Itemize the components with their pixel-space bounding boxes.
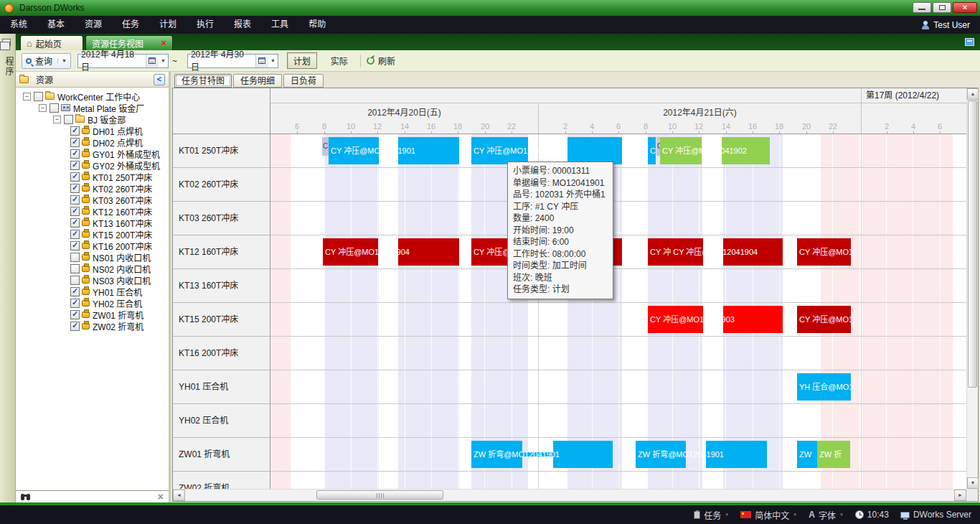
task-bar[interactable]: CY 冲压@MO1 xyxy=(797,238,851,266)
task-bar[interactable] xyxy=(553,441,613,468)
date-dropdown-icon[interactable]: ▼ xyxy=(268,58,278,63)
view-tab[interactable]: 任务明细 xyxy=(233,74,282,88)
checkbox[interactable] xyxy=(70,207,80,216)
task-bar[interactable]: ZW 折弯@MO12041901 xyxy=(471,441,522,468)
status-item[interactable]: 任务▼ xyxy=(694,509,729,521)
checkbox[interactable] xyxy=(70,161,80,170)
plan-toggle-button[interactable]: 计划 xyxy=(287,52,317,69)
task-bar[interactable]: CY 冲压@MO12041902 xyxy=(660,137,702,164)
task-bar[interactable]: CY 冲压@MO12041901 xyxy=(471,137,528,164)
tree-item[interactable]: KT16 200T冲床 xyxy=(16,240,169,251)
status-item[interactable]: 字体▼ xyxy=(809,509,844,521)
task-bar[interactable]: C xyxy=(322,137,329,156)
status-item[interactable]: 简体中文▼ xyxy=(740,509,797,521)
scroll-left-icon[interactable]: ◄ xyxy=(173,490,185,501)
checkbox[interactable] xyxy=(70,172,80,182)
menu-item[interactable]: 帮助 xyxy=(298,16,336,34)
horizontal-scroll-thumb[interactable] xyxy=(316,490,443,500)
task-bar[interactable]: CY 冲压@MO12041903 xyxy=(648,306,703,333)
tree-item[interactable]: YH02 压合机 xyxy=(16,297,169,309)
menu-item[interactable]: 基本 xyxy=(37,16,75,34)
tree-item[interactable]: ZW01 折弯机 xyxy=(16,309,169,320)
checkbox[interactable] xyxy=(70,287,80,296)
status-item[interactable]: DWorks Server xyxy=(900,510,971,520)
checkbox[interactable] xyxy=(70,184,80,193)
tree-item[interactable]: KT15 200T冲床 xyxy=(16,228,169,240)
checkbox[interactable] xyxy=(70,253,80,262)
task-bar[interactable]: CY 冲压@MO12041901 xyxy=(329,137,379,164)
tree-item[interactable]: −BJ 钣金部 xyxy=(16,113,169,125)
dropdown-caret-icon[interactable]: ▼ xyxy=(725,513,729,517)
checkbox[interactable] xyxy=(70,241,80,251)
scroll-right-icon[interactable]: ► xyxy=(954,490,966,501)
tree-item[interactable]: KT03 260T冲床 xyxy=(16,194,169,205)
menu-item[interactable]: 计划 xyxy=(149,16,187,34)
scroll-up-icon[interactable]: ▲ xyxy=(967,88,979,100)
tree-item[interactable]: KT13 160T冲床 xyxy=(16,217,169,228)
checkbox[interactable] xyxy=(34,92,43,101)
task-bar[interactable]: CY 冲 CY 冲压@MO12041904 xyxy=(648,238,703,266)
checkbox[interactable] xyxy=(70,322,80,331)
view-tab[interactable]: 日负荷 xyxy=(283,74,324,88)
view-tab[interactable]: 任务甘特图 xyxy=(174,74,232,88)
checkbox[interactable] xyxy=(70,149,80,159)
task-bar[interactable]: CY 冲压@MO1 xyxy=(797,306,851,333)
expander-icon[interactable]: − xyxy=(23,93,31,100)
menu-item[interactable]: 执行 xyxy=(187,16,224,34)
minimize-button[interactable] xyxy=(913,2,931,13)
expander-icon[interactable]: − xyxy=(39,104,47,112)
checkbox[interactable] xyxy=(70,218,80,228)
actual-toggle-button[interactable]: 实际 xyxy=(324,52,354,69)
user-indicator[interactable]: Test User xyxy=(921,20,970,30)
menu-item[interactable]: 系统 xyxy=(0,16,37,34)
checkbox[interactable] xyxy=(64,115,73,124)
tree-item[interactable]: GY01 外桶成型机 xyxy=(16,148,169,159)
calendar-button[interactable] xyxy=(146,55,159,67)
close-tab-icon[interactable]: × xyxy=(161,39,166,47)
checkbox[interactable] xyxy=(70,230,80,239)
dropdown-caret-icon[interactable]: ▼ xyxy=(793,513,797,517)
checkbox[interactable] xyxy=(70,138,80,147)
menu-item[interactable]: 资源 xyxy=(75,16,112,34)
tree-item[interactable]: −WorkCenter 工作中心 xyxy=(16,90,169,102)
checkbox[interactable] xyxy=(70,126,80,136)
date-from-picker[interactable]: 2012年 4月18日 ▼ xyxy=(77,54,169,68)
dropdown-caret-icon[interactable]: ▼ xyxy=(839,513,844,517)
task-bar[interactable]: ZW 折弯@MO12041901 xyxy=(636,441,686,468)
tree-item[interactable]: KT02 260T冲床 xyxy=(16,182,169,194)
vertical-scroll-thumb[interactable] xyxy=(968,100,977,388)
date-dropdown-icon[interactable]: ▼ xyxy=(159,58,168,63)
tree-item[interactable]: NS01 内收口机 xyxy=(16,251,169,263)
tree-item[interactable]: KT01 250T冲床 xyxy=(16,171,169,182)
date-from-value[interactable]: 2012年 4月18日 xyxy=(78,48,146,74)
menu-item[interactable]: 报表 xyxy=(224,16,261,34)
restore-button[interactable] xyxy=(933,2,951,13)
date-to-value[interactable]: 2012年 4月30日 xyxy=(188,48,255,74)
task-bar[interactable]: ZW xyxy=(797,441,817,468)
calendar-button[interactable] xyxy=(255,55,268,67)
tree-search-bar[interactable]: × xyxy=(16,490,169,502)
checkbox[interactable] xyxy=(50,103,59,113)
task-bar[interactable] xyxy=(567,137,622,164)
tree-item[interactable]: YH01 压合机 xyxy=(16,286,169,297)
task-bar[interactable]: YH 压合@MO1 xyxy=(797,373,851,401)
task-bar[interactable]: C xyxy=(648,137,656,164)
expander-icon[interactable]: − xyxy=(53,116,61,123)
tree-item[interactable]: NS03 内收口机 xyxy=(16,274,169,286)
tree-item[interactable]: DH01 点焊机 xyxy=(16,125,169,136)
program-side-strip[interactable]: 程序 xyxy=(0,34,16,505)
checkbox[interactable] xyxy=(70,276,80,285)
query-button[interactable]: 查询 ▼ xyxy=(22,53,71,69)
checkbox[interactable] xyxy=(70,264,80,273)
checkbox[interactable] xyxy=(70,299,80,308)
horizontal-scrollbar[interactable]: ◄ ► xyxy=(173,489,966,501)
tree-item[interactable]: KT12 160T冲床 xyxy=(16,205,169,217)
tree-item[interactable]: DH02 点焊机 xyxy=(16,136,169,148)
window-list-icon[interactable] xyxy=(965,38,974,46)
tree-item[interactable]: GY02 外桶成型机 xyxy=(16,159,169,171)
close-button[interactable]: × xyxy=(953,2,977,13)
task-bar[interactable]: ZW 折 xyxy=(817,441,850,468)
tree-item[interactable]: ZW02 折弯机 xyxy=(16,320,169,332)
vertical-scrollbar[interactable]: ▲ ▼ xyxy=(966,88,978,489)
checkbox[interactable] xyxy=(70,310,80,319)
